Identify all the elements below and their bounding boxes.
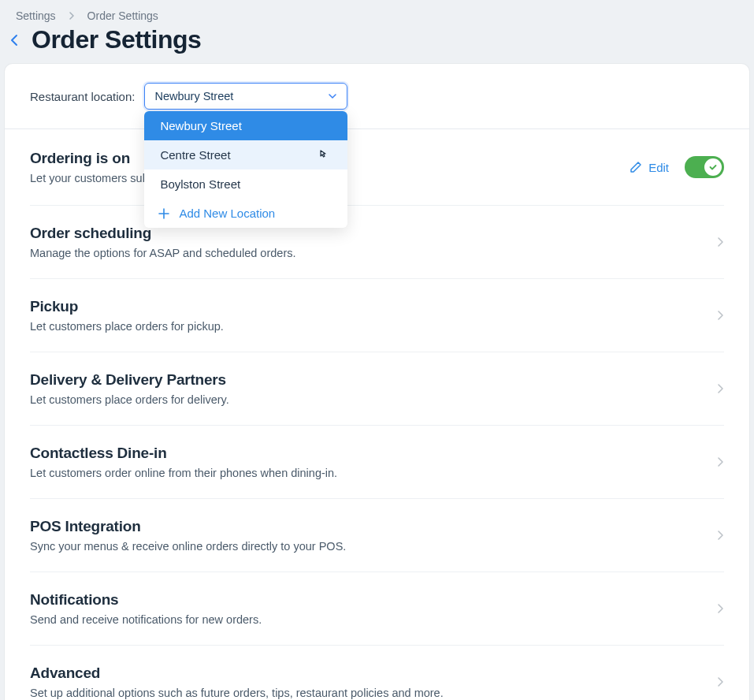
location-dropdown: Newbury Street Centre Street Boylston St… — [144, 111, 347, 228]
section-text: Advanced Set up additional options such … — [30, 665, 444, 699]
section-title-pickup: Pickup — [30, 298, 224, 315]
edit-label: Edit — [648, 161, 669, 174]
section-chevron — [717, 456, 724, 467]
add-location-button[interactable]: Add New Location — [144, 199, 347, 228]
settings-card: Restaurant location: Newbury Street Newb… — [5, 64, 749, 700]
chevron-right-icon — [717, 676, 724, 687]
section-chevron — [717, 676, 724, 687]
section-text: Contactless Dine-in Let customers order … — [30, 445, 337, 479]
cursor-icon — [316, 148, 329, 162]
chevron-down-icon — [328, 93, 337, 99]
chevron-right-icon — [717, 603, 724, 614]
location-select-wrap: Newbury Street Newbury Street Centre Str… — [144, 83, 347, 110]
breadcrumb-current: Order Settings — [87, 9, 158, 22]
section-pickup[interactable]: Pickup Let customers place orders for pi… — [30, 279, 724, 352]
chevron-right-icon — [717, 310, 724, 321]
section-text: POS Integration Sync your menus & receiv… — [30, 518, 346, 553]
section-desc-pos: Sync your menus & receive online orders … — [30, 540, 346, 553]
location-option-boylston[interactable]: Boylston Street — [144, 169, 347, 199]
section-text: Pickup Let customers place orders for pi… — [30, 298, 224, 333]
section-desc-dinein: Let customers order online from their ph… — [30, 467, 337, 479]
chevron-right-icon — [717, 236, 724, 248]
location-select[interactable]: Newbury Street — [144, 83, 347, 110]
section-title-delivery: Delivery & Delivery Partners — [30, 371, 229, 389]
page-title: Order Settings — [32, 25, 201, 54]
section-chevron — [717, 236, 724, 248]
add-location-label: Add New Location — [179, 207, 275, 220]
sections-container: Ordering is on Let your customers submit… — [5, 129, 749, 700]
page-header: Order Settings — [0, 25, 754, 64]
pencil-icon — [630, 161, 642, 173]
back-button[interactable] — [6, 30, 22, 50]
section-desc-pickup: Let customers place orders for pickup. — [30, 320, 224, 333]
section-chevron — [717, 530, 724, 541]
section-title-notifications: Notifications — [30, 591, 262, 609]
section-chevron — [717, 603, 724, 614]
section-title-pos: POS Integration — [30, 518, 346, 535]
breadcrumb-root[interactable]: Settings — [16, 9, 56, 22]
section-delivery[interactable]: Delivery & Delivery Partners Let custome… — [30, 352, 724, 426]
section-text: Notifications Send and receive notificat… — [30, 591, 262, 626]
section-chevron — [717, 383, 724, 394]
section-notifications[interactable]: Notifications Send and receive notificat… — [30, 572, 724, 646]
chevron-right-icon — [717, 456, 724, 467]
toggle-knob — [704, 158, 722, 176]
section-desc-notifications: Send and receive notifications for new o… — [30, 613, 262, 626]
plus-icon — [158, 208, 169, 219]
chevron-right-icon — [717, 383, 724, 394]
location-label: Restaurant location: — [30, 90, 135, 103]
section-desc-delivery: Let customers place orders for delivery. — [30, 393, 229, 406]
chevron-right-icon — [717, 530, 724, 541]
location-row: Restaurant location: Newbury Street Newb… — [5, 64, 749, 129]
section-title-advanced: Advanced — [30, 665, 444, 682]
section-actions: Edit — [630, 156, 724, 178]
section-ordering[interactable]: Ordering is on Let your customers submit… — [30, 129, 724, 206]
section-text: Order scheduling Manage the options for … — [30, 225, 296, 259]
section-dinein[interactable]: Contactless Dine-in Let customers order … — [30, 426, 724, 499]
breadcrumb: Settings Order Settings — [0, 0, 754, 25]
section-advanced[interactable]: Advanced Set up additional options such … — [30, 646, 724, 700]
section-pos[interactable]: POS Integration Sync your menus & receiv… — [30, 499, 724, 572]
section-title-dinein: Contactless Dine-in — [30, 445, 337, 462]
location-option-label: Centre Street — [160, 148, 230, 162]
ordering-toggle[interactable] — [685, 156, 724, 178]
location-selected-value: Newbury Street — [154, 90, 233, 102]
section-chevron — [717, 310, 724, 321]
section-desc-advanced: Set up additional options such as future… — [30, 687, 444, 699]
edit-button[interactable]: Edit — [630, 161, 669, 174]
location-option-newbury[interactable]: Newbury Street — [144, 111, 347, 140]
chevron-right-icon — [69, 12, 75, 20]
section-scheduling[interactable]: Order scheduling Manage the options for … — [30, 206, 724, 279]
location-option-centre[interactable]: Centre Street — [144, 140, 347, 169]
section-desc-scheduling: Manage the options for ASAP and schedule… — [30, 247, 296, 259]
section-text: Delivery & Delivery Partners Let custome… — [30, 371, 229, 406]
